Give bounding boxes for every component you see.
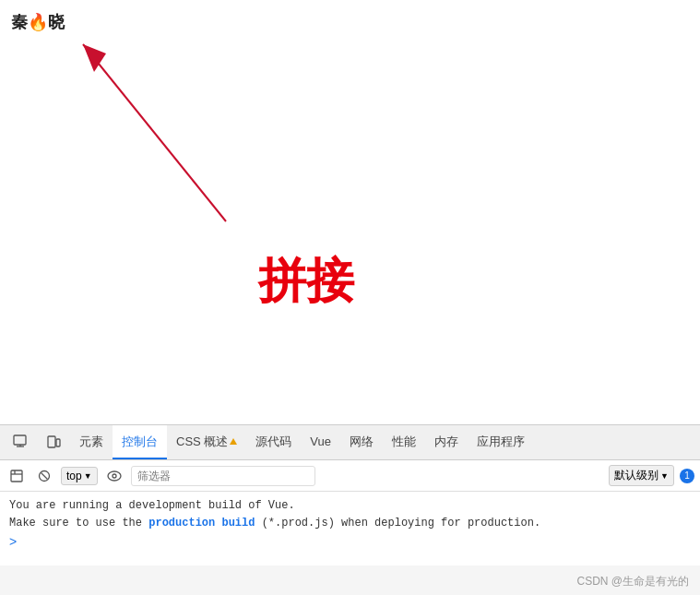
tab-css-label: CSS 概述	[176, 434, 237, 450]
svg-line-11	[42, 472, 48, 479]
clear-console-button[interactable]	[33, 465, 55, 487]
live-expressions-button[interactable]	[103, 465, 125, 487]
clear-icon	[38, 470, 51, 482]
device-icon	[46, 434, 61, 449]
message-badge: 1	[680, 469, 694, 483]
tab-elements-label: 元素	[79, 434, 103, 450]
svg-rect-6	[56, 439, 60, 446]
watermark-text: CSDN @生命是有光的	[576, 575, 689, 588]
tab-memory-label: 内存	[434, 434, 458, 450]
tab-sources[interactable]: 源代码	[246, 425, 301, 459]
console-text-1: You are running a development build of V…	[9, 499, 295, 512]
context-value: top	[66, 470, 82, 482]
arrow-svg	[55, 28, 240, 231]
pinjie-label: 拼接	[258, 254, 354, 307]
tab-sources-label: 源代码	[255, 434, 291, 450]
tab-console[interactable]: 控制台	[113, 425, 167, 459]
tab-vue[interactable]: Vue	[301, 425, 340, 459]
main-content: 秦🔥晓 拼接	[0, 0, 700, 424]
devtools-panel: 元素 控制台 CSS 概述 源代码 Vue 网络 性能 内存 应用程序	[0, 424, 700, 595]
tab-elements[interactable]: 元素	[70, 425, 113, 459]
devtools-toolbar: top ▼ 默认级别 ▼ 1	[0, 460, 700, 492]
csdn-watermark: CSDN @生命是有光的	[576, 574, 689, 589]
tab-inspect[interactable]	[4, 425, 37, 459]
svg-point-12	[108, 471, 121, 481]
tab-network-label: 网络	[350, 434, 374, 450]
badge-dot: 1	[680, 469, 694, 483]
console-line-1: You are running a development build of V…	[9, 497, 691, 515]
dropdown-arrow-icon: ▼	[84, 471, 92, 481]
svg-rect-5	[48, 436, 55, 447]
context-selector[interactable]: top ▼	[61, 467, 98, 485]
css-warning-icon	[230, 438, 237, 445]
tab-console-label: 控制台	[122, 434, 158, 450]
tab-css[interactable]: CSS 概述	[167, 425, 246, 459]
tab-network[interactable]: 网络	[340, 425, 383, 459]
chevron-symbol: >	[9, 534, 17, 549]
arrow-container	[55, 28, 240, 231]
tab-memory[interactable]: 内存	[425, 425, 468, 459]
filter-input[interactable]	[131, 466, 315, 486]
badge-count: 1	[684, 470, 690, 481]
svg-rect-2	[14, 435, 26, 445]
console-output: You are running a development build of V…	[0, 492, 700, 565]
tab-vue-label: Vue	[310, 434, 331, 448]
console-prompt[interactable]: >	[9, 534, 691, 549]
pinjie-text: 拼接	[258, 249, 354, 314]
svg-rect-7	[11, 470, 22, 482]
store-button[interactable]	[6, 465, 28, 487]
tab-performance-label: 性能	[392, 434, 416, 450]
level-dropdown-icon: ▼	[660, 471, 669, 481]
tab-application-label: 应用程序	[477, 434, 525, 450]
tab-application[interactable]: 应用程序	[468, 425, 534, 459]
eye-icon	[107, 470, 122, 482]
inspect-icon	[13, 434, 28, 449]
devtools-tabs-bar: 元素 控制台 CSS 概述 源代码 Vue 网络 性能 内存 应用程序	[0, 425, 700, 460]
keyword-production: production build	[148, 517, 255, 530]
svg-point-13	[113, 474, 116, 478]
svg-line-0	[83, 44, 226, 221]
log-level-select[interactable]: 默认级别 ▼	[609, 465, 674, 486]
level-label: 默认级别	[614, 468, 658, 483]
tab-device[interactable]	[37, 425, 70, 459]
console-line-2: Make sure to use the production build (*…	[9, 515, 691, 532]
store-icon	[10, 470, 23, 482]
tab-performance[interactable]: 性能	[383, 425, 425, 459]
